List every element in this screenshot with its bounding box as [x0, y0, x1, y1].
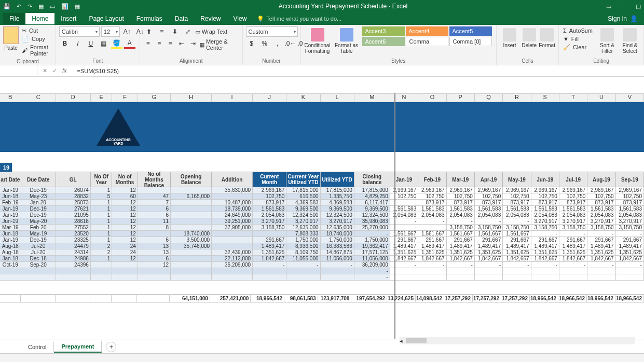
- cell[interactable]: 3,270,917: [616, 218, 644, 225]
- cell[interactable]: [253, 231, 286, 237]
- sort-filter-button[interactable]: Sort & Filter: [597, 26, 618, 54]
- cell[interactable]: [21, 274, 56, 281]
- save-icon[interactable]: 💾: [3, 3, 10, 10]
- total-cell[interactable]: 17,257,292: [473, 295, 501, 302]
- cell[interactable]: -: [531, 231, 559, 237]
- increase-font-icon[interactable]: A↑: [121, 26, 133, 37]
- sign-in[interactable]: Sign in 👤: [608, 15, 644, 22]
- col-header[interactable]: G: [138, 94, 171, 102]
- qat-icon[interactable]: ▦: [75, 3, 80, 10]
- cell[interactable]: [447, 268, 475, 274]
- cut-button[interactable]: ✂ Cut: [21, 26, 52, 35]
- formula-bar[interactable]: =SUM(S10:S25): [75, 68, 119, 74]
- cell[interactable]: 3,270,917: [321, 218, 354, 225]
- cell[interactable]: 291,667: [616, 237, 644, 243]
- cell[interactable]: 1,561,583: [531, 206, 559, 212]
- total-cell[interactable]: [0, 295, 21, 302]
- style-accent3[interactable]: Accent3: [362, 26, 405, 36]
- total-cell[interactable]: 18,966,542: [251, 295, 284, 302]
- cell[interactable]: Aug-18: [0, 249, 21, 256]
- cell[interactable]: -: [475, 262, 503, 268]
- total-cell[interactable]: 18,966,542: [615, 295, 644, 302]
- cell[interactable]: 291,667: [418, 237, 446, 243]
- cell[interactable]: 23325: [56, 237, 91, 243]
- cell[interactable]: Jan-18: [0, 256, 21, 262]
- cell[interactable]: 1,842,667: [475, 256, 503, 262]
- cell[interactable]: 23520: [56, 231, 91, 237]
- cell[interactable]: 16,383,583: [321, 243, 354, 249]
- cell[interactable]: 1,561,667: [503, 231, 531, 237]
- copy-button[interactable]: 📄 Copy: [21, 35, 52, 43]
- cell[interactable]: [171, 187, 212, 193]
- cell[interactable]: -: [321, 262, 354, 268]
- cell[interactable]: 36,209,000: [354, 262, 390, 268]
- clear-button[interactable]: 🧹 Clear: [562, 43, 595, 51]
- autosum-button[interactable]: Σ AutoSum: [562, 26, 595, 35]
- comma-icon[interactable]: ,: [272, 38, 283, 49]
- cell[interactable]: 11,056,000: [286, 256, 320, 262]
- total-cell[interactable]: 197,654,292: [351, 295, 387, 302]
- cell[interactable]: [91, 262, 113, 268]
- cell[interactable]: 873,917: [531, 200, 559, 206]
- cell[interactable]: 1: [91, 212, 113, 218]
- cell[interactable]: 2,054,083: [418, 212, 446, 218]
- cell[interactable]: [616, 268, 644, 274]
- find-select-button[interactable]: Find & Select: [620, 26, 640, 54]
- cell[interactable]: 1,842,667: [559, 256, 587, 262]
- cell[interactable]: 3,158,750: [503, 225, 531, 231]
- cell[interactable]: 2,054,083: [616, 212, 644, 218]
- cell[interactable]: 3,158,750: [616, 225, 644, 231]
- cell[interactable]: 39,251,000: [212, 218, 253, 225]
- cell[interactable]: 1: [91, 206, 113, 212]
- cell[interactable]: Jan-19: [0, 187, 21, 193]
- cell[interactable]: 3,500,000: [171, 237, 212, 243]
- cell[interactable]: [418, 268, 446, 274]
- cell[interactable]: 1: [91, 256, 113, 262]
- split-divider[interactable]: [394, 93, 395, 339]
- format-painter-button[interactable]: 🖌 Format Painter: [21, 43, 52, 58]
- format-cells-button[interactable]: Format: [539, 26, 555, 48]
- cell[interactable]: [171, 206, 212, 212]
- cell[interactable]: 3,270,917: [286, 218, 320, 225]
- align-mid-icon[interactable]: ≡: [156, 26, 168, 37]
- cell[interactable]: 1,351,625: [616, 249, 644, 256]
- cell[interactable]: 12: [112, 187, 138, 193]
- tell-me[interactable]: 💡 Tell me what you want to do...: [257, 16, 341, 22]
- total-cell[interactable]: 64,151,000: [170, 295, 210, 302]
- cell[interactable]: [447, 274, 475, 281]
- cell[interactable]: 11,056,000: [354, 256, 390, 262]
- cell[interactable]: 2,054,083: [587, 212, 615, 218]
- cell[interactable]: 4,369,583: [286, 200, 320, 206]
- cell[interactable]: Jan-20: [21, 200, 56, 206]
- cell[interactable]: 2,969,167: [587, 187, 615, 193]
- total-cell[interactable]: 98,061,583: [284, 295, 318, 302]
- cell[interactable]: 25,270,000: [354, 225, 390, 231]
- cell[interactable]: [138, 187, 171, 193]
- cell[interactable]: 1,561,583: [503, 206, 531, 212]
- cell[interactable]: 873,917: [475, 200, 503, 206]
- cell[interactable]: 8: [138, 225, 171, 231]
- align-center-icon[interactable]: ≡: [154, 38, 164, 49]
- cell[interactable]: 11: [138, 218, 171, 225]
- cell[interactable]: Dec-19: [21, 237, 56, 243]
- cell[interactable]: 8,109,750: [286, 249, 320, 256]
- cell[interactable]: 291,667: [253, 237, 286, 243]
- cell[interactable]: Jul-20: [21, 249, 56, 256]
- cell[interactable]: [138, 274, 171, 281]
- total-cell[interactable]: [21, 295, 56, 302]
- cell[interactable]: 1,351,625: [475, 249, 503, 256]
- cell[interactable]: Dec-19: [21, 187, 56, 193]
- cell[interactable]: 9,369,500: [354, 206, 390, 212]
- cell[interactable]: -: [616, 262, 644, 268]
- cell[interactable]: [212, 193, 253, 200]
- insert-cells-button[interactable]: Insert: [500, 26, 519, 48]
- cell[interactable]: 28832: [56, 193, 91, 200]
- qat-chart-icon[interactable]: 📊: [61, 3, 68, 10]
- cell[interactable]: [286, 268, 320, 274]
- total-cell[interactable]: 14,098,542: [416, 295, 444, 302]
- col-header[interactable]: L: [321, 94, 354, 102]
- cell[interactable]: [0, 274, 21, 281]
- cell[interactable]: May-20: [21, 218, 56, 225]
- fx-icon[interactable]: fx: [62, 67, 70, 74]
- cell[interactable]: [616, 274, 644, 281]
